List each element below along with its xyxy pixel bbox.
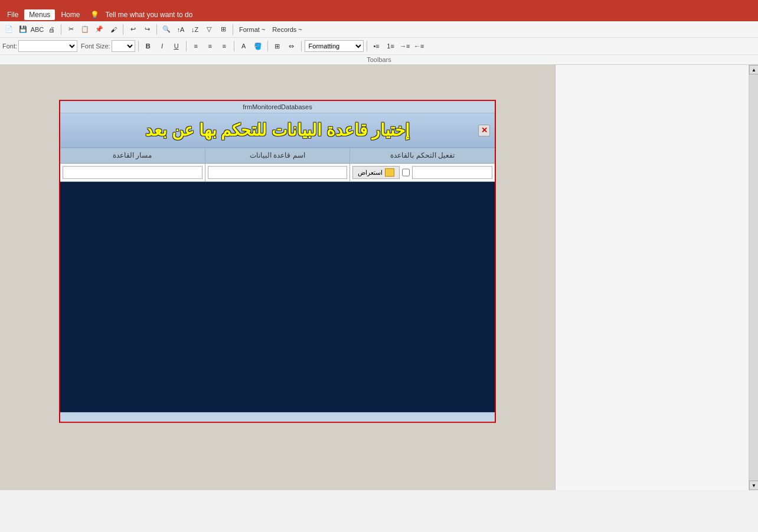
table-cell-control: استعراض — [349, 164, 495, 181]
main-area: frmMonitoredDatabases إختيار قاعدة البيا… — [0, 65, 758, 490]
tell-me-icon: 💡 — [90, 11, 99, 19]
filter2-btn[interactable]: ⊞ — [217, 23, 230, 36]
sort-asc-btn[interactable]: ↑A — [174, 23, 187, 36]
table-row: استعراض — [60, 164, 495, 182]
find-btn[interactable]: 🔍 — [160, 23, 173, 36]
column-width-btn[interactable]: ⇔ — [285, 40, 298, 53]
align-center-btn[interactable]: ≡ — [204, 40, 217, 53]
font-label: Font: — [2, 43, 17, 50]
sep2 — [123, 24, 123, 35]
scroll-track — [749, 74, 758, 481]
main-scrollbar[interactable]: ▲ ▼ — [749, 65, 758, 490]
formatting-select[interactable]: Formatting — [305, 40, 364, 52]
sep4 — [233, 24, 233, 35]
control-text-input[interactable] — [412, 166, 492, 179]
browse-button[interactable]: استعراض — [352, 166, 400, 179]
gridlines-btn[interactable]: ⊞ — [271, 40, 284, 53]
modal-body: تفعيل التحكم بالقاعدة اسم قاعدة البيانات… — [60, 148, 495, 412]
scroll-up-btn[interactable]: ▲ — [749, 65, 758, 74]
save-btn[interactable]: 💾 — [17, 23, 30, 36]
close-button[interactable]: ✕ — [478, 125, 490, 136]
table-cell-dbname — [205, 164, 350, 181]
control-checkbox[interactable] — [402, 168, 410, 177]
toolbars-label: Toolbars — [0, 54, 758, 64]
menu-bar: File Menus Home 💡 Tell me what you want … — [0, 8, 758, 21]
dbname-input[interactable] — [208, 166, 348, 179]
bullets-btn[interactable]: •≡ — [370, 40, 383, 53]
bold-btn[interactable]: B — [142, 40, 155, 53]
modal-title: frmMonitoredDatabases — [243, 103, 312, 110]
filter-btn[interactable]: ▽ — [202, 23, 215, 36]
font-select[interactable] — [18, 40, 77, 52]
menu-home[interactable]: Home — [56, 9, 84, 20]
sep9 — [301, 41, 302, 51]
indent-btn[interactable]: →≡ — [398, 40, 411, 53]
font-color-btn[interactable]: A — [237, 40, 250, 53]
menu-tell-me[interactable]: Tell me what you want to do — [100, 9, 197, 20]
numbering-btn[interactable]: 1≡ — [384, 40, 397, 53]
format-painter-btn[interactable]: 🖌 — [107, 23, 120, 36]
col-header-dbname: اسم قاعدة البيانات — [205, 148, 350, 163]
underline-btn[interactable]: U — [170, 40, 183, 53]
table-data-area — [60, 182, 495, 412]
sep3 — [156, 24, 157, 35]
abc-btn[interactable]: ABC — [31, 23, 44, 36]
fontsize-select[interactable] — [112, 40, 135, 52]
modal-footer — [60, 412, 495, 422]
format-dropdown-btn[interactable]: Format ~ — [236, 23, 268, 36]
scroll-down-btn[interactable]: ▼ — [749, 481, 758, 490]
cut-btn[interactable]: ✂ — [64, 23, 77, 36]
print-btn[interactable]: 🖨 — [45, 23, 58, 36]
copy-btn[interactable]: 📋 — [79, 23, 92, 36]
right-panel — [555, 65, 758, 490]
title-bar — [0, 0, 758, 8]
col-header-path: مسار القاعدة — [60, 148, 205, 163]
undo-btn[interactable]: ↩ — [126, 23, 139, 36]
align-right-btn[interactable]: ≡ — [218, 40, 231, 53]
paste-btn[interactable]: 📌 — [93, 23, 106, 36]
sep5 — [138, 41, 139, 51]
menu-file[interactable]: File — [2, 9, 23, 20]
new-btn[interactable]: 📄 — [2, 23, 15, 36]
content-area: frmMonitoredDatabases إختيار قاعدة البيا… — [0, 65, 555, 490]
path-input[interactable] — [63, 166, 202, 179]
align-left-btn[interactable]: ≡ — [190, 40, 202, 53]
modal-header-text: إختيار قاعدة البيانات للتحكم بها عن بعد — [70, 120, 485, 140]
menu-menus[interactable]: Menus — [24, 9, 55, 20]
toolbar-row1: 📄 💾 ABC 🖨 ✂ 📋 📌 🖌 ↩ ↪ 🔍 ↑A ↓Z ▽ ⊞ Format… — [0, 21, 758, 38]
sep1 — [61, 24, 61, 35]
table-header: تفعيل التحكم بالقاعدة اسم قاعدة البيانات… — [60, 148, 495, 164]
modal-title-bar: frmMonitoredDatabases — [60, 101, 495, 113]
modal-header: إختيار قاعدة البيانات للتحكم بها عن بعد … — [60, 113, 495, 148]
sort-desc-btn[interactable]: ↓Z — [188, 23, 201, 36]
records-dropdown-btn[interactable]: Records ~ — [269, 23, 305, 36]
modal-dialog: frmMonitoredDatabases إختيار قاعدة البيا… — [59, 100, 496, 423]
redo-btn[interactable]: ↪ — [141, 23, 153, 36]
col-header-control: تفعيل التحكم بالقاعدة — [349, 148, 495, 163]
toolbar-row2: Font: Font Size: B I U ≡ ≡ ≡ A 🪣 ⊞ ⇔ For… — [0, 38, 758, 54]
sep10 — [367, 41, 367, 51]
fill-color-btn[interactable]: 🪣 — [251, 40, 264, 53]
toolbar-area: 📄 💾 ABC 🖨 ✂ 📋 📌 🖌 ↩ ↪ 🔍 ↑A ↓Z ▽ ⊞ Format… — [0, 21, 758, 65]
close-icon: ✕ — [481, 126, 488, 135]
browse-btn-label: استعراض — [358, 169, 383, 177]
italic-btn[interactable]: I — [156, 40, 169, 53]
folder-icon — [385, 168, 394, 177]
sep8 — [267, 41, 268, 51]
outdent-btn[interactable]: ←≡ — [413, 40, 426, 53]
fontsize-label: Font Size: — [81, 43, 110, 50]
table-cell-path — [60, 164, 205, 181]
sep7 — [234, 41, 234, 51]
sep6 — [186, 41, 187, 51]
